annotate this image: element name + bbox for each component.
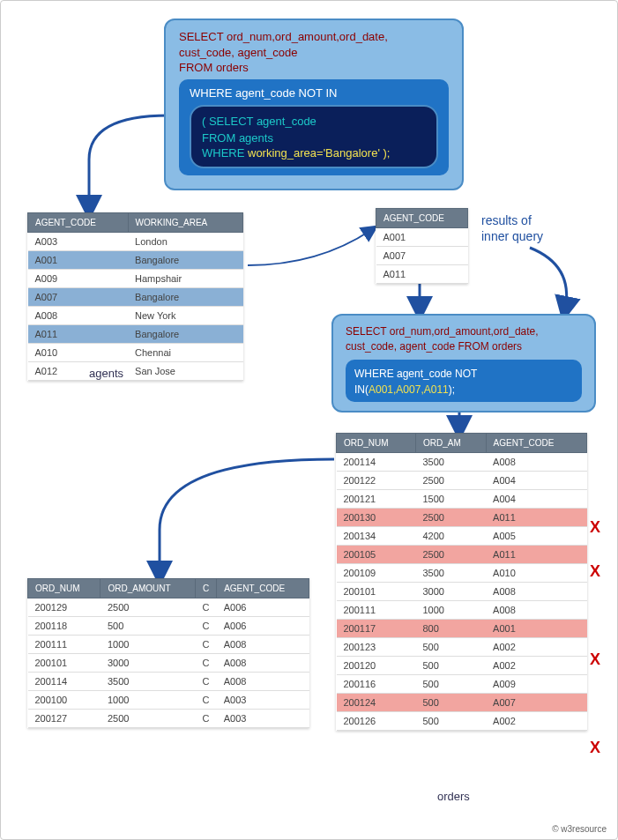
sql2-where-values: A001,A007,A011 [369,383,449,396]
excluded-row-x-icon: X [590,518,600,537]
table-row: 2001292500CA006 [28,598,309,617]
final-header-c: C [195,579,216,598]
table-row: 200117800A001 [337,620,587,638]
table-row: A001Bangalore [28,251,243,270]
table-row: 200126500A002 [337,712,587,731]
excluded-row-x-icon: X [590,650,600,669]
table-row: 2001013000CA008 [28,654,309,673]
inner-result-label: results ofinner query [481,212,543,244]
inner-result-table: AGENT_CODE A001A007A011 [376,208,468,284]
table-row: 200118500CA006 [28,617,309,636]
table-row: 2001143500CA008 [28,673,309,691]
sql-resolved-query-box: SELECT ord_num,ord_amount,ord_date, cust… [331,314,596,413]
table-row: 2001052500A011 [337,546,587,564]
sql-inner-select: ( SELECT agent_code [202,114,426,130]
table-row: 2001001000CA003 [28,691,309,710]
agents-label: agents [89,367,123,380]
table-row: 200124500A007 [337,694,587,712]
sql-select-line1: SELECT ord_num,ord_amount,ord_date, [179,29,449,45]
table-row: 2001111000CA008 [28,636,309,654]
sql2-where-clause: WHERE agent_code NOT IN(A001,A007,A011); [346,360,582,402]
orders-table: ORD_NUM ORD_AM AGENT_CODE 2001143500A008… [336,433,587,731]
orders-header-agent: AGENT_CODE [486,434,586,453]
excluded-row-x-icon: X [590,739,600,757]
sql-inner-from: FROM agents [202,130,426,146]
final-header-agent: AGENT_CODE [217,579,309,598]
orders-header-num: ORD_NUM [337,434,416,453]
sql-from: FROM orders [179,61,449,74]
agents-header-code: AGENT_CODE [28,213,129,233]
sql-select-line2: cust_code, agent_code [179,45,449,61]
table-row: 2001302500A011 [337,509,587,527]
table-row: 2001272500CA003 [28,710,309,728]
table-row: A010Chennai [28,344,243,362]
table-row: A001 [376,228,468,247]
final-result-table: ORD_NUM ORD_AMOUNT C AGENT_CODE 20012925… [27,578,309,728]
agents-header-area: WORKING_AREA [128,213,242,233]
table-row: 200116500A009 [337,675,587,694]
table-row: 2001143500A008 [337,453,587,472]
table-row: A012San Jose [28,362,243,381]
sql-inner-where: WHERE working_area='Bangalore' ); [202,146,426,160]
sql-where-clause: WHERE agent_code NOT IN ( SELECT agent_c… [179,79,449,175]
sql2-select1: SELECT ord_num,ord_amount,ord_date, [346,324,582,339]
table-row: 2001013000A008 [337,583,587,601]
table-row: 2001093500A010 [337,564,587,583]
result-header: AGENT_CODE [376,209,468,228]
table-row: A008New York [28,307,243,325]
table-row: 200123500A002 [337,638,587,657]
final-header-num: ORD_NUM [28,579,101,598]
table-row: A011Bangalore [28,325,243,344]
sql2-where-post: ); [449,383,455,396]
orders-label: orders [437,790,470,803]
table-row: 2001111000A008 [337,601,587,620]
final-header-amt: ORD_AMOUNT [101,579,196,598]
agents-table: AGENT_CODE WORKING_AREA A003LondonA001Ba… [27,212,243,381]
orders-header-amt: ORD_AM [415,434,486,453]
table-row: A007 [376,247,468,265]
table-row: 2001222500A004 [337,472,587,490]
table-row: 200120500A002 [337,657,587,675]
table-row: A007Bangalore [28,288,243,307]
excluded-row-x-icon: X [590,562,600,581]
sql-outer-query-box: SELECT ord_num,ord_amount,ord_date, cust… [164,19,464,190]
sql-where-text: WHERE agent_code NOT IN [190,86,438,100]
table-row: A003London [28,233,243,251]
table-row: A011 [376,265,468,284]
table-row: 2001344200A005 [337,527,587,546]
table-row: A009Hampshair [28,270,243,288]
table-row: 2001211500A004 [337,490,587,509]
sql-subquery-box: ( SELECT agent_code FROM agents WHERE wo… [190,105,438,167]
sql2-select2: cust_code, agent_code FROM orders [346,339,582,354]
credit-text: © w3resource [552,824,607,834]
